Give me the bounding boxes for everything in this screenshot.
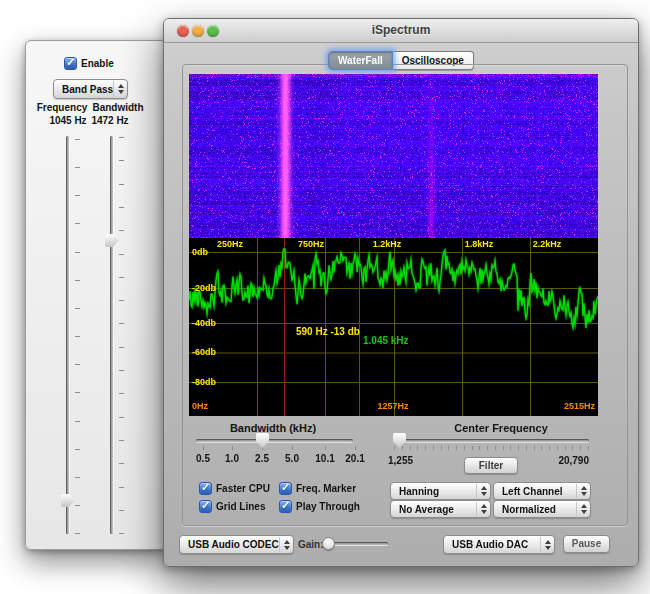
slider-tick: [75, 308, 80, 309]
freq-marker-checkbox[interactable]: Freq. Marker: [279, 482, 356, 495]
slider-tick: [580, 446, 581, 450]
bandwidth-slider-track[interactable]: [110, 136, 113, 534]
slider-tick: [572, 446, 573, 450]
slider-tick: [448, 446, 449, 450]
bandwidth-scale-label: 1.0: [225, 453, 239, 464]
center-frequency-max: 20,790: [539, 455, 589, 466]
slider-tick: [119, 510, 124, 511]
slider-tick: [232, 446, 233, 450]
slider-tick: [119, 137, 124, 138]
slider-tick: [119, 533, 124, 534]
checkbox-check-icon: [199, 482, 212, 495]
pause-button[interactable]: Pause: [563, 535, 610, 553]
slider-tick: [510, 446, 511, 450]
slider-tick: [355, 446, 356, 450]
output-device-popup[interactable]: USB Audio DAC: [443, 535, 555, 554]
slider-tick: [518, 446, 519, 450]
bandwidth-scale-label: 2.5: [255, 453, 269, 464]
faster-cpu-checkbox[interactable]: Faster CPU: [199, 482, 270, 495]
scaling-popup[interactable]: Normalized: [493, 500, 591, 518]
db-tick-label: -80db: [192, 377, 216, 387]
slider-tick: [565, 446, 566, 450]
slider-tick: [75, 139, 80, 140]
slider-tick: [325, 446, 326, 450]
gain-slider-track[interactable]: [326, 542, 388, 545]
faster-cpu-label: Faster CPU: [216, 483, 270, 494]
slider-tick: [410, 446, 411, 450]
play-through-checkbox[interactable]: Play Through: [279, 500, 360, 513]
slider-tick: [75, 392, 80, 393]
filter-type-popup[interactable]: Band Pass: [53, 79, 128, 99]
enable-checkbox[interactable]: Enable: [64, 57, 114, 70]
slider-tick: [75, 336, 80, 337]
freq-tick-label: 250Hz: [217, 239, 243, 249]
filter-type-value: Band Pass: [62, 80, 113, 98]
bandwidth-value: 1472 Hz: [80, 115, 140, 126]
slider-tick: [526, 446, 527, 450]
channel-popup[interactable]: Left Channel: [493, 482, 591, 500]
checkbox-check-icon: [64, 57, 77, 70]
checkbox-check-icon: [199, 500, 212, 513]
bandwidth-slider-title: Bandwidth (kHz): [193, 422, 353, 434]
slider-tick: [75, 505, 80, 506]
slider-tick: [541, 446, 542, 450]
close-button[interactable]: [177, 25, 189, 37]
minimize-button[interactable]: [192, 25, 204, 37]
db-tick-label: -40db: [192, 318, 216, 328]
zoom-button[interactable]: [207, 25, 219, 37]
frequency-label: Frequency: [32, 102, 92, 113]
frequency-slider-track[interactable]: [66, 136, 69, 534]
slider-tick: [472, 446, 473, 450]
slider-tick: [394, 446, 395, 450]
slider-tick: [119, 254, 124, 255]
plot-area: 250Hz 750Hz 1.2kHz 1.8kHz 2.2kHz 0db -20…: [189, 74, 598, 416]
bandwidth-scale-label: 10.1: [315, 453, 334, 464]
slider-tick: [119, 393, 124, 394]
bandwidth-slider-thumb[interactable]: [105, 234, 119, 247]
slider-tick: [75, 252, 80, 253]
slider-tick: [588, 446, 589, 450]
slider-tick: [119, 323, 124, 324]
center-frequency-title: Center Frequency: [421, 422, 581, 434]
slider-tick: [75, 449, 80, 450]
grid-lines-checkbox[interactable]: Grid Lines: [199, 500, 265, 513]
frequency-marker-readout: 590 Hz -13 db: [296, 326, 360, 337]
averaging-popup[interactable]: No Average: [390, 500, 491, 518]
channel-value: Left Channel: [502, 483, 563, 499]
freq-tick-label: 2.2kHz: [533, 239, 562, 249]
slider-tick: [119, 463, 124, 464]
freq-axis-min: 0Hz: [192, 401, 208, 411]
spectrum-display: [189, 238, 598, 416]
slider-tick: [479, 446, 480, 450]
slider-tick: [119, 370, 124, 371]
tab-waterfall[interactable]: WaterFall: [328, 51, 393, 70]
freq-marker-label: Freq. Marker: [296, 483, 356, 494]
db-tick-label: -60db: [192, 347, 216, 357]
title-bar[interactable]: iSpectrum: [164, 19, 638, 43]
enable-label: Enable: [81, 58, 114, 69]
filter-button[interactable]: Filter: [464, 457, 518, 474]
popup-arrows-icon: [113, 81, 127, 97]
center-frequency-slider-track[interactable]: [393, 439, 589, 442]
slider-tick: [441, 446, 442, 450]
peak-frequency-readout: 1.045 kHz: [363, 335, 409, 346]
bandwidth-label: Bandwidth: [87, 102, 149, 113]
input-device-value: USB Audio CODEC: [188, 536, 279, 553]
slider-tick: [75, 195, 80, 196]
gain-slider-thumb[interactable]: [322, 537, 335, 550]
slider-tick: [119, 440, 124, 441]
center-frequency-min: 1,255: [388, 455, 413, 466]
window-function-popup[interactable]: Hanning: [390, 482, 491, 500]
popup-arrows-icon: [576, 484, 590, 498]
slider-tick: [557, 446, 558, 450]
frequency-slider-thumb[interactable]: [61, 494, 75, 507]
slider-tick: [119, 160, 124, 161]
slider-tick: [495, 446, 496, 450]
db-tick-label: 0db: [192, 247, 208, 257]
slider-tick: [119, 277, 124, 278]
input-device-popup[interactable]: USB Audio CODEC: [179, 535, 294, 554]
bandwidth-khz-slider-track[interactable]: [196, 439, 353, 442]
scaling-value: Normalized: [502, 501, 556, 517]
slider-tick: [75, 364, 80, 365]
db-tick-label: -20db: [192, 283, 216, 293]
